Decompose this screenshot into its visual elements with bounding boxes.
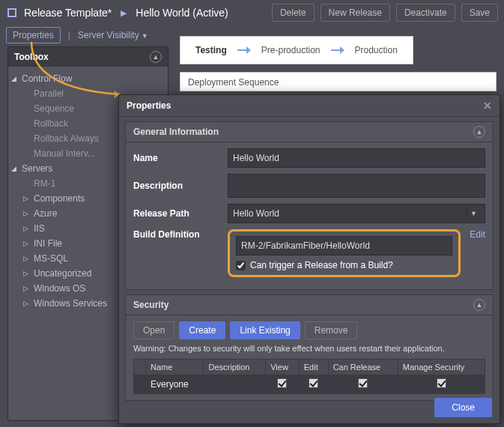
release-path-select[interactable]: Hello World ▼ <box>228 204 485 223</box>
remove-button[interactable]: Remove <box>305 321 358 339</box>
col-view: View <box>266 360 300 375</box>
build-definition-label: Build Definition <box>133 229 222 240</box>
col-can-release: Can Release <box>328 360 398 375</box>
checkbox-view[interactable] <box>277 378 287 388</box>
stage-production[interactable]: Production <box>347 41 405 59</box>
properties-modal: Properties ✕ General Information ▲ Name … <box>118 94 500 424</box>
page-subtitle: Hello World (Active) <box>136 7 228 19</box>
arrow-icon <box>331 46 344 55</box>
col-edit: Edit <box>299 360 328 375</box>
security-heading: Security <box>133 300 168 310</box>
tree-control-flow[interactable]: ◢Control Flow <box>10 71 165 86</box>
collapse-icon[interactable]: ▲ <box>473 126 485 138</box>
save-button[interactable]: Save <box>461 4 498 22</box>
checkbox-can-release[interactable] <box>358 378 368 388</box>
build-definition-highlight: Can trigger a Release from a Build? <box>228 229 461 277</box>
chevron-down-icon: ▼ <box>467 208 480 219</box>
trigger-checkbox[interactable] <box>236 261 246 270</box>
collapse-icon[interactable]: ▲ <box>473 299 485 311</box>
link-existing-button[interactable]: Link Existing <box>230 321 300 339</box>
create-button[interactable]: Create <box>179 321 225 339</box>
security-table: Name Description View Edit Can Release M… <box>133 359 485 394</box>
deactivate-button[interactable]: Deactivate <box>396 4 455 22</box>
name-label: Name <box>133 153 222 163</box>
tab-server-visibility[interactable]: Server Visibility▼ <box>78 30 148 40</box>
release-path-label: Release Path <box>133 208 222 219</box>
table-row[interactable]: Everyone <box>134 375 485 394</box>
col-description: Description <box>204 360 266 375</box>
col-manage: Manage Security <box>398 360 485 375</box>
checkbox-manage[interactable] <box>437 378 446 388</box>
stage-flow: Testing Pre-production Production <box>180 36 413 64</box>
name-field[interactable] <box>228 148 485 168</box>
security-warning: Warning: Changes to security will only t… <box>133 344 485 353</box>
stage-preprod[interactable]: Pre-production <box>254 41 328 59</box>
app-icon <box>6 7 18 19</box>
delete-button[interactable]: Delete <box>272 4 315 22</box>
arrow-icon <box>237 46 251 55</box>
new-release-button[interactable]: New Release <box>321 4 390 22</box>
stage-testing[interactable]: Testing <box>188 41 234 59</box>
build-definition-field[interactable] <box>236 236 452 255</box>
breadcrumb-separator: ▶ <box>121 8 127 18</box>
trigger-label: Can trigger a Release from a Build? <box>250 260 393 270</box>
edit-link[interactable]: Edit <box>470 229 485 240</box>
tab-divider: | <box>68 30 70 40</box>
col-name: Name <box>146 360 204 375</box>
general-heading: General Information <box>133 127 219 137</box>
modal-title: Properties <box>127 100 171 111</box>
toolbox-title: Toolbox <box>14 52 49 62</box>
description-label: Description <box>133 181 222 191</box>
chevron-down-icon: ▼ <box>142 32 148 40</box>
description-field[interactable] <box>228 174 485 198</box>
open-button[interactable]: Open <box>133 321 174 339</box>
close-icon[interactable]: ✕ <box>483 100 492 112</box>
tab-properties[interactable]: Properties <box>6 27 61 43</box>
page-title: Release Template* <box>24 7 112 19</box>
deployment-sequence-header: Deployment Sequence <box>180 72 497 91</box>
collapse-icon[interactable]: ▲ <box>150 51 162 63</box>
close-button[interactable]: Close <box>434 398 492 417</box>
checkbox-edit[interactable] <box>309 378 318 388</box>
svg-rect-1 <box>9 10 15 16</box>
